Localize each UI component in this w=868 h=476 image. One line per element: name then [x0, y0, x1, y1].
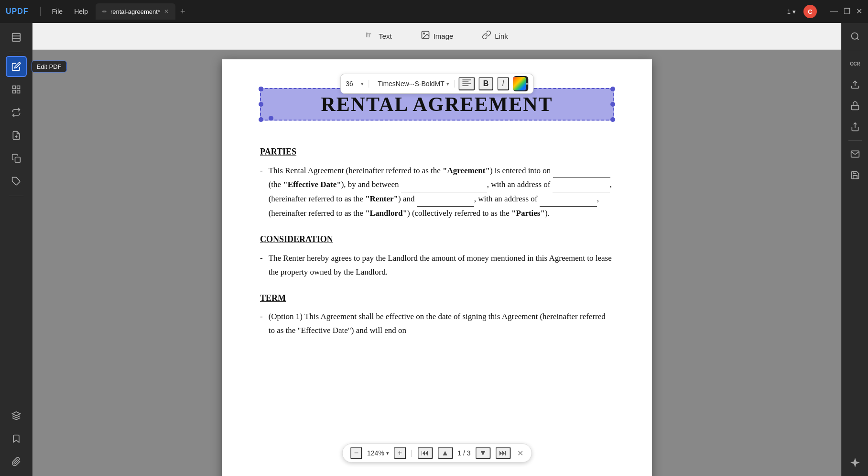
svg-text:T: T	[367, 32, 371, 39]
page-chevron-icon[interactable]: ▾	[792, 8, 796, 15]
term-heading: TERM	[260, 291, 614, 306]
consideration-heading: CONSIDERATION	[260, 232, 614, 247]
next-page-button[interactable]: ▼	[475, 447, 490, 459]
svg-rect-5	[12, 90, 15, 93]
toolbar-text[interactable]: T Text	[359, 27, 399, 45]
new-tab-button[interactable]: +	[177, 6, 188, 18]
sidebar-item-convert[interactable]	[6, 102, 27, 123]
close-button[interactable]: ✕	[856, 8, 862, 15]
handle-tr[interactable]	[610, 87, 615, 91]
font-size-control[interactable]: 36 ▾	[346, 80, 369, 88]
content-area: T Text Image Link 36 ▾	[33, 23, 841, 476]
sep-1	[40, 7, 41, 16]
toolbar-link[interactable]: Link	[475, 27, 515, 45]
sidebar-export-icon[interactable]	[846, 75, 865, 94]
left-sidebar: Edit PDF	[0, 23, 33, 476]
pdf-page: RENTAL AGREEMENT PARTIES - This Rental A…	[222, 59, 652, 476]
consideration-text: The Renter hereby agrees to pay the Land…	[269, 252, 614, 279]
font-family-control[interactable]: TimesNew···S-BoldMT ▾	[373, 80, 455, 88]
sidebar-item-copy[interactable]	[6, 148, 27, 169]
sidebar-item-bookmark[interactable]	[6, 428, 27, 449]
sidebar-item-edit-pdf[interactable]: Edit PDF	[6, 56, 27, 77]
menu-help[interactable]: Help	[70, 6, 92, 17]
text-align-button[interactable]	[458, 77, 475, 90]
tab-area: ✏ rental-agreement* ✕ +	[96, 3, 783, 20]
landlord-name-blank[interactable]	[417, 192, 474, 207]
user-avatar[interactable]: C	[803, 5, 817, 18]
zoom-dropdown-icon[interactable]: ▾	[386, 450, 389, 456]
handle-bl[interactable]	[259, 117, 263, 122]
text-toolbar-icon: T	[366, 30, 375, 42]
pdf-title: RENTAL AGREEMENT	[269, 93, 605, 116]
zoom-out-button[interactable]: −	[350, 447, 362, 459]
pdf-body: PARTIES - This Rental Agreement (hereina…	[260, 144, 614, 338]
sidebar-item-extract[interactable]	[6, 125, 27, 146]
title-bar-right: 1 ▾ C — ❐ ✕	[787, 5, 862, 18]
sidebar-item-layers[interactable]	[6, 405, 27, 426]
sidebar-share-icon[interactable]	[846, 117, 865, 136]
pdf-viewer[interactable]: RENTAL AGREEMENT PARTIES - This Rental A…	[33, 50, 841, 476]
sep-3	[9, 196, 23, 196]
svg-rect-0	[12, 33, 20, 42]
zoom-value: 124% ▾	[367, 449, 389, 457]
color-picker-button[interactable]: ▾	[513, 76, 528, 91]
sidebar-ocr-icon[interactable]: OCR	[846, 54, 865, 73]
title-bar: UPDF File Help ✏ rental-agreement* ✕ + 1…	[0, 0, 868, 23]
sidebar-item-stamp[interactable]	[6, 171, 27, 192]
sidebar-protect-icon[interactable]	[846, 96, 865, 115]
handle-br[interactable]	[610, 117, 615, 122]
handle-mr[interactable]	[610, 102, 615, 107]
svg-marker-11	[12, 412, 20, 416]
page-current-num: 1	[457, 449, 461, 457]
prev-page-button[interactable]: ▲	[437, 447, 453, 459]
sidebar-item-attachment[interactable]	[6, 451, 27, 472]
toolbar-image[interactable]: Image	[414, 27, 460, 45]
consideration-paragraph: - The Renter hereby agrees to pay the La…	[260, 252, 614, 279]
sidebar-item-organize[interactable]	[6, 79, 27, 100]
handle-tl[interactable]	[259, 87, 263, 91]
logo-text: UPDF	[6, 7, 29, 16]
term-text: (Option 1) This Agreement shall be effec…	[269, 310, 614, 338]
page-sep: /	[463, 449, 467, 457]
tab-rental-agreement[interactable]: ✏ rental-agreement* ✕	[96, 3, 175, 20]
svg-rect-23	[851, 105, 858, 110]
renter-address-blank[interactable]	[553, 178, 610, 192]
landlord-address-blank[interactable]	[540, 192, 597, 207]
menu-file[interactable]: File	[48, 6, 67, 17]
sidebar-save-icon[interactable]	[846, 166, 865, 185]
zoom-percent: 124%	[367, 449, 384, 457]
sidebar-ai-icon[interactable]	[846, 453, 865, 472]
effective-date-blank[interactable]	[553, 164, 610, 178]
pagination-close-button[interactable]: ✕	[517, 449, 523, 458]
sidebar-item-reader[interactable]	[6, 27, 27, 48]
font-size-value: 36	[346, 80, 359, 88]
sidebar-search-icon[interactable]	[846, 27, 865, 46]
toolbar-link-label: Link	[495, 32, 508, 40]
zoom-in-button[interactable]: +	[394, 447, 406, 459]
renter-name-blank[interactable]	[401, 178, 487, 192]
first-page-button[interactable]: ⏮	[417, 447, 433, 459]
handle-ml[interactable]	[259, 102, 263, 107]
right-sep-1	[848, 50, 862, 50]
minimize-button[interactable]: —	[830, 8, 838, 15]
font-family-dropdown[interactable]: ▾	[446, 81, 449, 87]
font-family-value: TimesNew···S-BoldMT	[378, 80, 445, 88]
bold-button[interactable]: B	[478, 77, 494, 90]
format-toolbar: 36 ▾ TimesNew···S-BoldMT ▾ B I ▾	[340, 74, 533, 94]
toolbar-image-label: Image	[434, 32, 454, 40]
app-logo: UPDF	[6, 7, 29, 16]
toolbar: T Text Image Link	[33, 23, 841, 50]
font-size-dropdown[interactable]: ▾	[361, 81, 364, 87]
svg-rect-6	[17, 90, 20, 93]
tab-close-button[interactable]: ✕	[164, 8, 169, 15]
sidebar-email-icon[interactable]	[846, 144, 865, 164]
page-total-num: 3	[467, 449, 471, 457]
maximize-button[interactable]: ❐	[844, 8, 850, 15]
toolbar-text-label: Text	[379, 32, 392, 40]
italic-button[interactable]: I	[497, 77, 509, 90]
svg-point-15	[423, 33, 424, 34]
last-page-button[interactable]: ⏭	[495, 447, 510, 459]
svg-rect-3	[12, 86, 15, 89]
image-toolbar-icon	[421, 30, 430, 42]
consideration-dash: -	[260, 252, 263, 279]
